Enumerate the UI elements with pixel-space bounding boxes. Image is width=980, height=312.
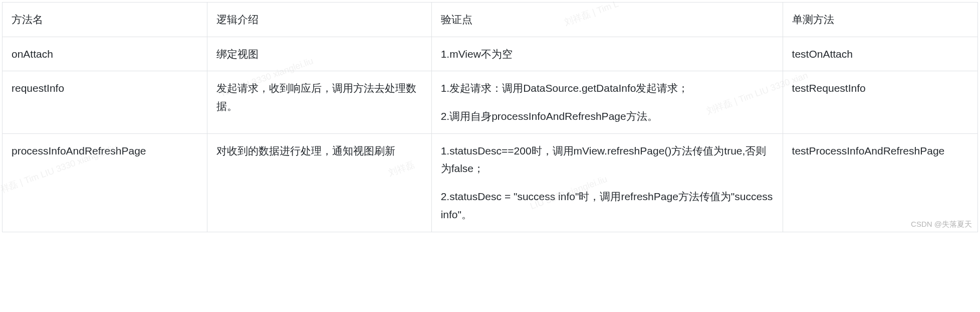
cell-test: testProcessInfoAndRefreshPage	[783, 133, 977, 232]
cell-test: testOnAttach	[783, 37, 977, 71]
methods-table: 方法名 逻辑介绍 验证点 单测方法 onAttach 绑定视图 1.mView不…	[2, 2, 978, 232]
cell-method: processInfoAndRefreshPage	[3, 133, 207, 232]
header-verify: 验证点	[431, 3, 783, 37]
cell-logic: 绑定视图	[207, 37, 431, 71]
cell-method: onAttach	[3, 37, 207, 71]
methods-table-container: Tim LIU 3330 xianglei.liu 刘祥磊 | Tim L 刘祥…	[2, 2, 978, 232]
table-header-row: 方法名 逻辑介绍 验证点 单测方法	[3, 3, 978, 37]
verify-item: 1.mView不为空	[441, 45, 774, 63]
verify-item: 2.statusDesc = "success info"时，调用refresh…	[441, 188, 774, 223]
cell-verify: 1.statusDesc==200时，调用mView.refreshPage()…	[431, 133, 783, 232]
cell-logic: 对收到的数据进行处理，通知视图刷新	[207, 133, 431, 232]
verify-item: 1.发起请求：调用DataSource.getDataInfo发起请求；	[441, 79, 774, 97]
cell-verify: 1.mView不为空	[431, 37, 783, 71]
cell-logic: 发起请求，收到响应后，调用方法去处理数据。	[207, 71, 431, 133]
csdn-attribution: CSDN @失落夏天	[911, 220, 972, 229]
table-row: processInfoAndRefreshPage 对收到的数据进行处理，通知视…	[3, 133, 978, 232]
cell-test: testRequestInfo	[783, 71, 977, 133]
header-method-name: 方法名	[3, 3, 207, 37]
cell-method: requestInfo	[3, 71, 207, 133]
table-row: onAttach 绑定视图 1.mView不为空 testOnAttach	[3, 37, 978, 71]
cell-verify: 1.发起请求：调用DataSource.getDataInfo发起请求； 2.调…	[431, 71, 783, 133]
table-row: requestInfo 发起请求，收到响应后，调用方法去处理数据。 1.发起请求…	[3, 71, 978, 133]
header-logic: 逻辑介绍	[207, 3, 431, 37]
header-test-method: 单测方法	[783, 3, 977, 37]
verify-item: 1.statusDesc==200时，调用mView.refreshPage()…	[441, 142, 774, 178]
verify-item: 2.调用自身processInfoAndRefreshPage方法。	[441, 107, 774, 125]
